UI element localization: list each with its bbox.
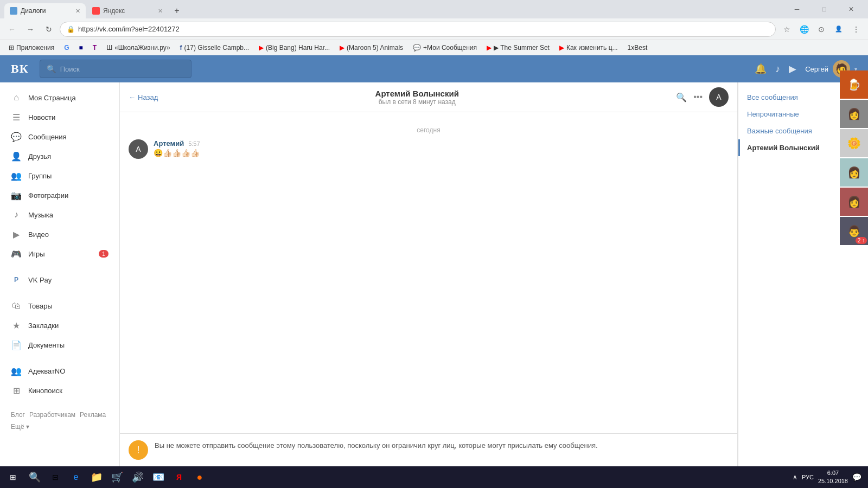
footer-ads[interactable]: Реклама (80, 411, 106, 419)
right-avatar-4[interactable]: 👩 (840, 158, 868, 187)
sidebar-label-market: Товары (28, 302, 53, 310)
avatar-badge: 2 ↑ (856, 237, 867, 244)
profile-icon[interactable]: ⊙ (814, 22, 829, 37)
tab-yandex[interactable]: Яндекс ✕ (87, 3, 168, 18)
extension-icon[interactable]: 🌐 (796, 22, 812, 37)
chat-more-icon[interactable]: ••• (693, 92, 703, 102)
taskbar-lang[interactable]: РУС (802, 474, 814, 480)
groups-icon: 👥 (11, 170, 22, 181)
play-icon[interactable]: ▶ (789, 63, 796, 75)
search-input[interactable] (60, 65, 184, 73)
sidebar-item-video[interactable]: ▶ Видео (0, 224, 119, 244)
chat-messages: сегодня А Артемий 5:57 😀👍🏻👍🏻👍🏻👍🏻 (120, 112, 737, 433)
new-tab-button[interactable]: + (169, 3, 184, 18)
sidebar-label-my-page: Моя Страница (28, 94, 76, 102)
taskbar-store[interactable]: 🛒 (107, 467, 127, 487)
taskbar-chrome[interactable]: ● (190, 467, 209, 487)
taskbar-cortana[interactable]: ⊟ (46, 467, 65, 487)
bookmark-bigbang[interactable]: ▶ (Big Bang) Haru Har... (254, 42, 334, 54)
sidebar-item-friends[interactable]: 👤 Друзья (0, 146, 119, 166)
sidebar-item-groups[interactable]: 👥 Группы (0, 166, 119, 185)
chat-search-icon[interactable]: 🔍 (676, 92, 687, 102)
bookmark-maroon5[interactable]: ▶ (Maroon 5) Animals (335, 42, 407, 54)
bell-icon[interactable]: 🔔 (755, 63, 767, 75)
chat-header: ← Назад Артемий Волынский был в сети 8 м… (120, 82, 737, 112)
bookmark-gisselle[interactable]: f (17) Gisselle Campb... (176, 42, 253, 54)
sidebar-label-groups: Группы (28, 172, 52, 180)
bookmark-shkola[interactable]: Ш «ШколаЖизни.ру» (102, 42, 174, 54)
sidebar-item-messages[interactable]: 💬 Сообщения (0, 127, 119, 146)
sidebar-item-photos[interactable]: 📷 Фотографии (0, 185, 119, 205)
vk-main: ⌂ Моя Страница ☰ Новости 💬 Сообщения 👤 Д… (0, 82, 868, 466)
taskbar-ie[interactable]: e (66, 467, 86, 487)
sidebar-item-docs[interactable]: 📄 Документы (0, 335, 119, 355)
bookmark-1xbest[interactable]: 1xBest (623, 42, 652, 54)
close-button[interactable]: ✕ (839, 0, 864, 18)
bookmark-google[interactable]: G (60, 42, 73, 54)
sidebar-item-my-page[interactable]: ⌂ Моя Страница (0, 88, 119, 107)
taskbar-media[interactable]: 🔊 (128, 467, 148, 487)
tab-dialogi[interactable]: Диалоги ✕ (4, 3, 86, 18)
bookmark-twitch[interactable]: T (88, 42, 101, 54)
refresh-nav-button[interactable]: ↻ (41, 22, 56, 37)
sidebar-label-bookmarks: Закладки (28, 322, 59, 330)
sidebar-divider-1 (0, 264, 119, 270)
taskbar-yandex[interactable]: Я (169, 467, 189, 487)
bookmark-moi-soobscheniya[interactable]: 💬 +Мои Сообщения (409, 42, 481, 54)
taskbar-notification[interactable]: 💬 (852, 473, 861, 481)
cant-send-notice: ! Вы не можете отправить сообщение этому… (120, 433, 737, 466)
sidebar-item-games[interactable]: 🎮 Игры 1 (0, 244, 119, 264)
right-avatar-3[interactable]: 🌼 (840, 129, 868, 157)
start-button[interactable]: ⊞ (2, 466, 24, 488)
taskbar-time: 6:07 (818, 469, 848, 477)
sidebar-item-music[interactable]: ♪ Музыка (0, 205, 119, 224)
back-nav-button[interactable]: ← (4, 22, 20, 37)
bookmark-3[interactable]: ■ (75, 42, 87, 54)
tab-close-dialogi[interactable]: ✕ (75, 8, 80, 15)
right-avatar-5[interactable]: 👩 (840, 188, 868, 216)
minimize-button[interactable]: ─ (784, 0, 809, 18)
message-content: Артемий 5:57 😀👍🏻👍🏻👍🏻👍🏻 (154, 139, 200, 159)
sidebar-item-market[interactable]: 🛍 Товары (0, 296, 119, 316)
sidebar-item-bookmarks[interactable]: ★ Закладки (0, 316, 119, 335)
taskbar-explorer[interactable]: 📁 (87, 467, 106, 487)
back-button[interactable]: ← Назад (129, 93, 158, 101)
music-icon[interactable]: ♪ (775, 63, 780, 75)
bookmark-kak[interactable]: ▶ Как изменить ц... (555, 42, 622, 54)
footer-more[interactable]: Ещё ▾ (11, 423, 29, 431)
star-icon[interactable]: ☆ (779, 22, 794, 37)
sidebar-item-kinopoisk[interactable]: ⊞ Кинопоиск (0, 381, 119, 400)
tab-close-yandex[interactable]: ✕ (158, 8, 163, 15)
chat-contact-status: был в сети 8 минут назад (164, 98, 669, 106)
news-icon: ☰ (11, 112, 22, 123)
sidebar-item-vkpay[interactable]: P VK Pay (0, 270, 119, 290)
sidebar-item-news[interactable]: ☰ Новости (0, 107, 119, 127)
forward-nav-button[interactable]: → (23, 22, 38, 37)
taskbar-search[interactable]: 🔍 (25, 467, 44, 487)
cant-send-text: Вы не можете отправить сообщение этому п… (155, 440, 598, 451)
sidebar-item-adekvatno[interactable]: 👥 АдекватNO (0, 361, 119, 381)
bookmark-summerset[interactable]: ▶ ▶ The Summer Set (482, 42, 554, 54)
taskbar-mail[interactable]: 📧 (149, 467, 168, 487)
address-bar[interactable]: 🔒 https://vk.com/im?sel=22401272 (60, 22, 776, 37)
bookmark-label-gisselle: (17) Gisselle Campb... (184, 44, 249, 52)
right-avatar-6[interactable]: 👨 2 ↑ (840, 217, 868, 245)
bookmark-prilozeniya[interactable]: ⊞ Приложения (4, 42, 59, 54)
right-avatar-1[interactable]: 🍺 (840, 70, 868, 99)
sidebar-label-music: Музыка (28, 211, 53, 219)
taskbar-arrow-icon[interactable]: ∧ (793, 473, 797, 481)
friends-icon: 👤 (11, 151, 22, 162)
chat-contact-avatar[interactable]: А (709, 87, 729, 107)
chat-panel: ← Назад Артемий Волынский был в сети 8 м… (119, 82, 738, 466)
games-icon: 🎮 (11, 248, 22, 259)
maximize-button[interactable]: □ (812, 0, 837, 18)
footer-dev[interactable]: Разработчикам (29, 411, 75, 419)
footer-blog[interactable]: Блог (11, 411, 25, 419)
taskbar-date: 25.10.2018 (818, 477, 848, 485)
sidebar-divider-4 (0, 400, 119, 407)
window-controls: ─ □ ✕ (784, 0, 864, 18)
right-avatar-2[interactable]: 👩 (840, 100, 868, 128)
avatar-icon[interactable]: 👤 (831, 22, 846, 37)
more-options-icon[interactable]: ⋮ (848, 22, 864, 37)
vk-search-bar[interactable]: 🔍 (40, 60, 192, 78)
